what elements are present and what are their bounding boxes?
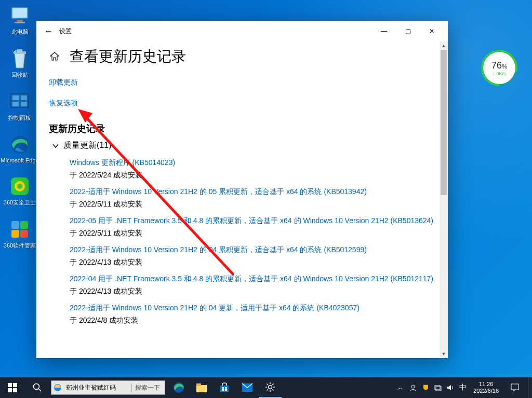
taskbar-edge-icon[interactable] [167,377,190,398]
update-link[interactable]: 2022-适用于 Windows 10 Version 21H2 的 05 累积… [70,187,435,197]
this-pc-icon [9,5,30,26]
update-link[interactable]: Windows 更新程序 (KB5014023) [70,158,435,168]
update-status: 于 2022/5/11 成功安装 [70,200,435,209]
svg-rect-17 [11,230,19,238]
svg-rect-21 [8,383,12,387]
desktop-icon-label: 此电脑 [11,28,29,36]
desktop-icon-label: 360安全卫士 [4,199,36,207]
tray-ime-indicator[interactable]: 中 [458,377,468,398]
uninstall-updates-link[interactable]: 卸载更新 [49,78,435,87]
svg-rect-23 [8,388,12,392]
scroll-up-arrow[interactable]: ▲ [440,42,448,50]
update-link[interactable]: 2022-适用于 Windows 10 Version 21H2 的 04 更新… [70,304,435,313]
update-list: Windows 更新程序 (KB5014023) 于 2022/5/24 成功安… [70,158,435,325]
taskbar-settings-icon[interactable] [259,377,282,398]
desktop-icons: 此电脑 回收站 控制面板 Microsoft Edge 360安全卫士 360软… [4,5,35,250]
desktop: 此电脑 回收站 控制面板 Microsoft Edge 360安全卫士 360软… [0,0,532,398]
update-status: 于 2022/4/13 成功安装 [70,287,435,296]
desktop-icon-label: 控制面板 [8,114,31,122]
update-item: 2022-适用于 Windows 10 Version 21H2 的 04 累积… [70,245,435,267]
window-title: 设置 [59,27,72,36]
control-panel-icon [9,91,30,112]
update-link[interactable]: 2022-04 用于 .NET Framework 3.5 和 4.8 的累积更… [70,275,435,284]
tray-shield-icon[interactable]: ⛊ [420,377,431,398]
desktop-icon-control-panel[interactable]: 控制面板 [4,91,35,122]
recycle-bin-icon [9,48,30,69]
desktop-icon-360-safe[interactable]: 360安全卫士 [4,176,35,207]
svg-rect-2 [17,20,23,22]
svg-rect-31 [220,386,229,392]
chevron-down-icon [52,142,59,149]
recovery-options-link[interactable]: 恢复选项 [49,99,435,108]
update-link[interactable]: 2022-05 用于 .NET Framework 3.5 和 4.8 的累积更… [70,216,435,226]
taskbar-store-icon[interactable] [213,377,236,398]
360-safe-icon [9,176,30,197]
desktop-icon-360-soft[interactable]: 360软件管家 [4,219,35,250]
ie-icon [51,383,64,392]
svg-rect-18 [20,230,28,238]
svg-rect-35 [225,389,227,391]
tray-volume-icon[interactable] [445,377,456,398]
svg-rect-29 [196,385,207,392]
svg-point-37 [269,386,272,389]
ie-search-button-label[interactable]: 搜索一下 [131,383,165,392]
desktop-icon-edge[interactable]: Microsoft Edge [4,134,35,163]
svg-line-26 [38,389,41,391]
tray-network-icon[interactable] [433,377,443,398]
scroll-thumb[interactable] [441,50,447,195]
svg-rect-1 [12,8,27,18]
svg-rect-16 [20,221,28,229]
update-item: 2022-适用于 Windows 10 Version 21H2 的 04 更新… [70,304,435,325]
scroll-down-arrow[interactable]: ▼ [440,350,448,358]
svg-rect-3 [15,22,25,23]
desktop-icon-this-pc[interactable]: 此电脑 [4,5,35,36]
svg-rect-49 [511,384,518,390]
update-status: 于 2022/4/13 成功安装 [70,258,435,267]
minimize-button[interactable]: — [372,23,396,39]
ie-search-text: 郑州业主被赋红码 [64,383,131,392]
page-title: 查看更新历史记录 [70,47,186,66]
show-desktop-button[interactable] [528,377,531,398]
update-item: Windows 更新程序 (KB5014023) 于 2022/5/24 成功安… [70,158,435,180]
svg-line-42 [267,384,268,385]
svg-marker-20 [78,109,92,122]
svg-line-44 [267,389,268,390]
update-item: 2022-05 用于 .NET Framework 3.5 和 4.8 的累积更… [70,216,435,238]
desktop-icon-label: Microsoft Edge [1,157,38,163]
svg-point-14 [17,184,22,189]
home-icon[interactable] [49,51,60,62]
taskbar-clock[interactable]: 11:26 2022/6/16 [470,381,502,394]
taskbar: 郑州业主被赋红码 搜索一下 ︿ ⛊ 中 11:26 2022/6/16 [0,377,532,398]
settings-window: ← 设置 — ▢ ✕ 查看更新历史记录 卸载更新 恢复选项 更新历史记录 质量更… [36,21,448,358]
desktop-icon-label: 360软件管家 [4,242,36,250]
maximize-button[interactable]: ▢ [396,23,420,39]
quality-updates-expander[interactable]: 质量更新(11) [52,140,435,151]
update-link[interactable]: 2022-适用于 Windows 10 Version 21H2 的 04 累积… [70,245,435,255]
settings-content[interactable]: 查看更新历史记录 卸载更新 恢复选项 更新历史记录 质量更新(11) Windo… [36,42,448,358]
taskbar-search-button[interactable] [25,377,50,398]
svg-rect-24 [13,388,17,392]
ie-search-bar[interactable]: 郑州业主被赋红码 搜索一下 [51,380,165,395]
svg-rect-33 [225,387,227,389]
update-status: 于 2022/5/11 成功安装 [70,229,435,238]
close-button[interactable]: ✕ [420,23,444,39]
taskbar-mail-icon[interactable] [236,377,259,398]
pinned-apps [167,377,282,398]
action-center-icon[interactable] [504,377,526,398]
network-speed-widget[interactable]: 76% ↓ 0K/s [483,52,515,84]
update-item: 2022-04 用于 .NET Framework 3.5 和 4.8 的累积更… [70,275,435,296]
svg-rect-34 [222,389,224,391]
tray-chevron-up-icon[interactable]: ︿ [395,377,406,398]
back-button[interactable]: ← [41,23,56,39]
svg-line-45 [272,384,273,385]
tray-people-icon[interactable] [408,377,418,398]
clock-time: 11:26 [473,381,499,388]
title-bar[interactable]: ← 设置 — ▢ ✕ [36,21,448,42]
taskbar-explorer-icon[interactable] [190,377,213,398]
history-section-title: 更新历史记录 [49,122,435,135]
clock-date: 2022/6/16 [473,388,499,394]
desktop-icon-label: 回收站 [11,71,29,79]
vertical-scrollbar[interactable]: ▲ ▼ [440,42,448,358]
start-button[interactable] [0,377,25,398]
desktop-icon-recycle-bin[interactable]: 回收站 [4,48,35,79]
